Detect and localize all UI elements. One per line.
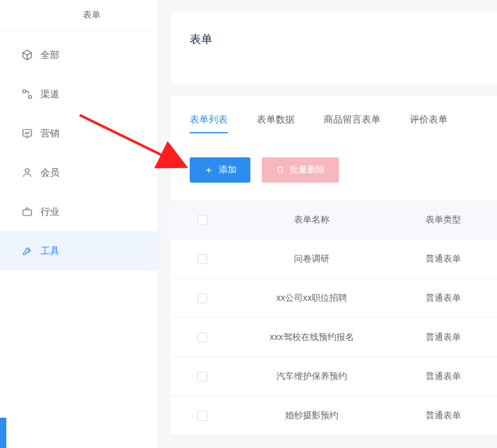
channel-icon — [21, 88, 33, 100]
sidebar-item-label: 工具 — [40, 245, 59, 257]
page-header: 表单 — [171, 13, 497, 83]
table-row[interactable]: 汽车维护保养预约 普通表单 — [171, 357, 497, 396]
add-button[interactable]: ＋ 添加 — [190, 157, 250, 183]
sidebar-item-tools[interactable]: 工具 — [0, 231, 158, 270]
svg-rect-0 — [23, 90, 26, 93]
sidebar-item-label: 行业 — [40, 206, 59, 218]
tab-review-form[interactable]: 评价表单 — [410, 114, 448, 133]
column-header-type: 表单类型 — [402, 214, 484, 226]
svg-rect-1 — [28, 95, 32, 99]
tab-label: 表单数据 — [257, 114, 295, 124]
row-name: xx公司xx职位招聘 — [221, 293, 402, 304]
action-bar: ＋ 添加 批量删除 — [171, 142, 497, 200]
row-name: xxx驾校在线预约报名 — [221, 332, 402, 343]
table-header: 表单名称 表单类型 — [171, 200, 497, 239]
tab-bar: 表单列表 表单数据 商品留言表单 评价表单 — [171, 96, 497, 142]
row-type: 普通表单 — [402, 253, 484, 265]
table-row[interactable]: 问卷调研 普通表单 — [171, 239, 497, 279]
sidebar-item-label: 全部 — [40, 49, 59, 61]
tab-form-data[interactable]: 表单数据 — [257, 114, 295, 133]
top-tab-label: 表单 — [83, 9, 101, 21]
content-panel: 表单列表 表单数据 商品留言表单 评价表单 ＋ 添加 批量删除 — [171, 96, 497, 435]
sidebar-column: 表单 全部 渠道 营销 会员 — [0, 0, 158, 448]
sidebar-item-all[interactable]: 全部 — [0, 35, 158, 75]
button-label: 批量删除 — [290, 164, 325, 176]
main-area: 表单 表单列表 表单数据 商品留言表单 评价表单 ＋ 添加 — [171, 13, 497, 448]
top-tab[interactable]: 表单 — [0, 0, 158, 30]
plus-icon: ＋ — [204, 165, 214, 175]
row-checkbox[interactable] — [197, 372, 207, 382]
tab-form-list[interactable]: 表单列表 — [190, 114, 228, 133]
sidebar-item-channel[interactable]: 渠道 — [0, 75, 158, 114]
sidebar-item-label: 营销 — [40, 128, 59, 140]
row-checkbox[interactable] — [197, 254, 207, 264]
accent-bar — [0, 418, 6, 448]
row-type: 普通表单 — [402, 332, 484, 343]
user-icon — [21, 167, 33, 178]
form-table: 表单名称 表单类型 问卷调研 普通表单 xx公司xx职位招聘 普通表单 xxx驾… — [171, 200, 497, 435]
row-checkbox[interactable] — [197, 293, 207, 303]
row-type: 普通表单 — [402, 293, 484, 304]
sidebar-nav: 全部 渠道 营销 会员 行业 — [0, 30, 158, 448]
sidebar-item-label: 渠道 — [40, 88, 59, 100]
wrench-icon — [21, 245, 33, 257]
button-label: 添加 — [219, 164, 236, 176]
table-row[interactable]: 婚纱摄影预约 普通表单 — [171, 396, 497, 435]
sidebar-item-marketing[interactable]: 营销 — [0, 114, 158, 153]
row-name: 婚纱摄影预约 — [221, 410, 402, 421]
bulk-delete-button[interactable]: 批量删除 — [262, 157, 339, 183]
tab-label: 表单列表 — [190, 114, 228, 124]
sidebar-item-industry[interactable]: 行业 — [0, 192, 158, 231]
row-name: 汽车维护保养预约 — [221, 371, 402, 382]
row-type: 普通表单 — [402, 371, 484, 382]
row-name: 问卷调研 — [221, 253, 402, 265]
column-header-name: 表单名称 — [221, 214, 402, 226]
briefcase-icon — [21, 206, 33, 217]
tab-label: 商品留言表单 — [324, 114, 381, 124]
svg-point-3 — [25, 169, 29, 173]
tab-product-message[interactable]: 商品留言表单 — [324, 114, 381, 133]
row-checkbox[interactable] — [197, 411, 207, 421]
trash-icon — [276, 165, 285, 176]
table-row[interactable]: xxx驾校在线预约报名 普通表单 — [171, 318, 497, 357]
sidebar-item-member[interactable]: 会员 — [0, 153, 158, 192]
cube-icon — [21, 49, 33, 61]
select-all-checkbox[interactable] — [197, 215, 207, 225]
table-row[interactable]: xx公司xx职位招聘 普通表单 — [171, 279, 497, 318]
tab-label: 评价表单 — [410, 114, 448, 124]
chart-icon — [21, 128, 33, 139]
page-title: 表单 — [190, 33, 212, 45]
svg-rect-4 — [23, 210, 32, 215]
row-checkbox[interactable] — [197, 332, 207, 342]
sidebar-item-label: 会员 — [40, 167, 59, 179]
row-type: 普通表单 — [402, 410, 484, 421]
